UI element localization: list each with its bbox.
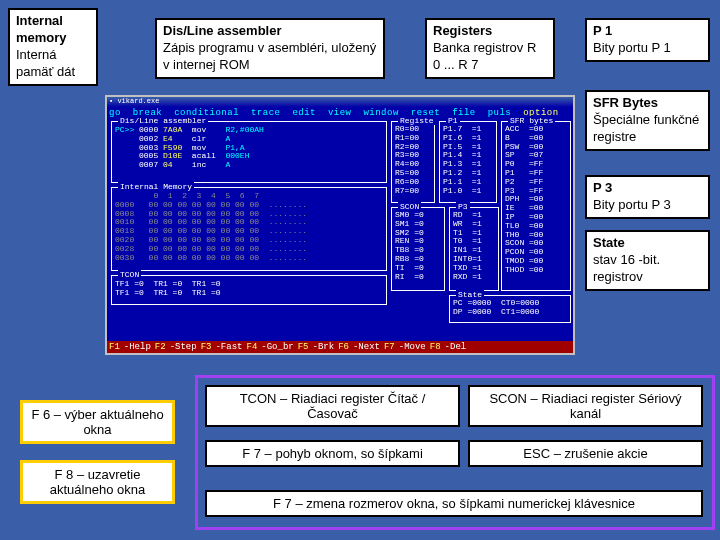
label-sub: Zápis programu v asembléri, uložený v in… bbox=[163, 40, 376, 72]
label-internal-memory: Internal memory Interná pamäť dát bbox=[8, 8, 98, 86]
p1-content: P1.7 =1 PI.6 =1 PI.5 =1 P1.4 =1 P1.3 =1 … bbox=[440, 122, 496, 198]
menu-view[interactable]: view bbox=[328, 108, 352, 118]
panel-title: State bbox=[456, 290, 484, 299]
label-sub: Bity portu P 3 bbox=[593, 197, 671, 212]
panel-scon[interactable]: SCON SM0 =0 SM1 =0 SM2 =0 REN =0 TB8 =0 … bbox=[391, 207, 445, 291]
panel-title: SFR bytes bbox=[508, 116, 555, 125]
label-sub: Interná pamäť dát bbox=[16, 47, 75, 79]
panel-title: SCON bbox=[398, 202, 421, 211]
state-content: PC =0000 CT0=0000 DP =0000 CT1=0000 bbox=[450, 296, 570, 320]
tcon-content: TF1 =0 TR1 =0 TR1 =0 TF1 =0 TR1 =0 TR1 =… bbox=[112, 276, 386, 302]
label-sub: stav 16 -bit. registrov bbox=[593, 252, 660, 284]
panel-tcon[interactable]: TCON TF1 =0 TR1 =0 TR1 =0 TF1 =0 TR1 =0 … bbox=[111, 275, 387, 305]
label-title: Registers bbox=[433, 23, 492, 38]
menu-window[interactable]: window bbox=[363, 108, 398, 118]
label-sub: Banka registrov R 0 ... R 7 bbox=[433, 40, 536, 72]
label-sub: Bity portu P 1 bbox=[593, 40, 671, 55]
function-keys-bar[interactable]: F1-HelpF2-StepF3-FastF4-Go_brF5-BrkF6-Ne… bbox=[107, 341, 573, 353]
menu-trace[interactable]: trace bbox=[251, 108, 281, 118]
label-disline: Dis/Line assembler Zápis programu v asem… bbox=[155, 18, 385, 79]
disline-content: PC>> 0000 7A0A mov R2,#00AH 0002 E4 clr … bbox=[112, 122, 386, 174]
p3-content: RD =1 WR =1 T1 =1 T0 =1 IN1 =1 INT0=1 TX… bbox=[450, 208, 498, 284]
panel-title: TCON bbox=[118, 270, 141, 279]
menu-edit[interactable]: edit bbox=[292, 108, 316, 118]
label-sub: Špeciálne funkčné registre bbox=[593, 112, 699, 144]
panel-title: Registe bbox=[398, 116, 436, 125]
label-title: SFR Bytes bbox=[593, 95, 658, 110]
hint-text: F 8 – uzavretie aktuálneho okna bbox=[50, 467, 145, 497]
hint-text: F 6 – výber aktuálneho okna bbox=[31, 407, 163, 437]
panel-sfr[interactable]: SFR bytes ACC =00 B =00 PSW =00 SP =07 P… bbox=[501, 121, 571, 291]
panel-title: P3 bbox=[456, 202, 470, 211]
hint-f8: F 8 – uzavretie aktuálneho okna bbox=[20, 460, 175, 504]
label-title: P 3 bbox=[593, 180, 612, 195]
panel-p1[interactable]: P1 P1.7 =1 PI.6 =1 PI.5 =1 P1.4 =1 P1.3 … bbox=[439, 121, 497, 203]
registers-content: R0=00 R1=00 R2=00 R3=00 R4=00 R5=00 R6=0… bbox=[392, 122, 434, 198]
label-title: Internal memory bbox=[16, 13, 67, 45]
label-registers: Registers Banka registrov R 0 ... R 7 bbox=[425, 18, 555, 79]
panel-title: P1 bbox=[446, 116, 460, 125]
window-titlebar: ▪ vikard.exe bbox=[107, 97, 573, 107]
label-state: State stav 16 -bit. registrov bbox=[585, 230, 710, 291]
purple-group-box bbox=[195, 375, 715, 530]
panel-intmem[interactable]: Internal Memory 0 1 2 3 4 5 6 7 0000 00 … bbox=[111, 187, 387, 271]
label-title: Dis/Line assembler bbox=[163, 23, 282, 38]
panel-p3[interactable]: P3 RD =1 WR =1 T1 =1 T0 =1 IN1 =1 INT0=1… bbox=[449, 207, 499, 291]
panel-disline[interactable]: Dis/Line assembler PC>> 0000 7A0A mov R2… bbox=[111, 121, 387, 183]
emulator-window: ▪ vikard.exe go break conditional trace … bbox=[105, 95, 575, 355]
panel-state[interactable]: State PC =0000 CT0=0000 DP =0000 CT1=000… bbox=[449, 295, 571, 323]
sfr-content: ACC =00 B =00 PSW =00 SP =07 P0 =FF P1 =… bbox=[502, 122, 570, 278]
label-title: State bbox=[593, 235, 625, 250]
panel-title: Dis/Line assembler bbox=[118, 116, 208, 125]
label-p3: P 3 Bity portu P 3 bbox=[585, 175, 710, 219]
label-p1: P 1 Bity portu P 1 bbox=[585, 18, 710, 62]
hint-f6: F 6 – výber aktuálneho okna bbox=[20, 400, 175, 444]
scon-content: SM0 =0 SM1 =0 SM2 =0 REN =0 TB8 =0 RB8 =… bbox=[392, 208, 444, 284]
panel-title: Internal Memory bbox=[118, 182, 194, 191]
label-title: P 1 bbox=[593, 23, 612, 38]
panel-registers[interactable]: Registe R0=00 R1=00 R2=00 R3=00 R4=00 R5… bbox=[391, 121, 435, 203]
label-sfr: SFR Bytes Špeciálne funkčné registre bbox=[585, 90, 710, 151]
intmem-content: 0 1 2 3 4 5 6 7 0000 00 00 00 00 00 00 0… bbox=[112, 188, 386, 266]
